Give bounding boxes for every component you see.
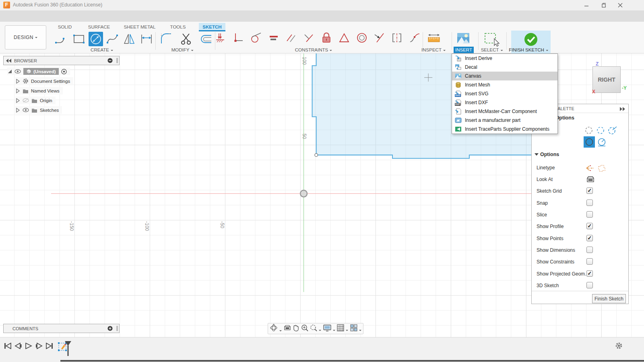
add-comment-icon[interactable] [107, 326, 113, 331]
slice-checkbox[interactable] [586, 211, 593, 218]
parallel-constraint-icon[interactable] [285, 32, 297, 45]
trim-tool-icon[interactable] [180, 32, 193, 47]
insert-group-label[interactable]: INSERT [454, 47, 474, 53]
close-window-button[interactable] [615, 1, 625, 9]
equal-constraint-icon[interactable] [268, 32, 279, 45]
pan-tool-button[interactable] [293, 324, 299, 333]
browser-item-named-views[interactable]: Named Views [15, 87, 63, 95]
browser-item-document-settings[interactable]: Document Settings [15, 77, 73, 85]
timeline-go-to-end-button[interactable] [45, 341, 54, 350]
rectangle-tool-icon[interactable] [72, 32, 86, 47]
finish-sketch-palette-button[interactable]: Finish Sketch [592, 294, 626, 303]
fit-view-button[interactable] [310, 324, 321, 333]
circle-option-1-icon[interactable] [584, 126, 593, 136]
comments-panel-header[interactable]: COMMENTS [3, 324, 120, 333]
visibility-eye-icon[interactable] [23, 108, 29, 112]
snap-checkbox[interactable] [586, 200, 593, 206]
root-document-selected[interactable]: (Unsaved) [23, 68, 59, 75]
select-group-label[interactable]: SELECT [481, 47, 503, 52]
collapsed-triangle-icon[interactable] [15, 98, 20, 103]
tab-solid[interactable]: SOLID [56, 23, 74, 31]
circle-option-2-icon[interactable] [596, 126, 605, 136]
tab-surface[interactable]: SURFACE [87, 23, 111, 31]
fillet-tool-icon[interactable] [160, 32, 173, 47]
insert-canvas-icon[interactable] [456, 32, 470, 46]
menu-item-insert-manufacturer-part[interactable]: Insert a manufacturer part [452, 116, 557, 125]
browser-item-sketches[interactable]: Sketches [15, 106, 62, 114]
viewports-button[interactable] [350, 324, 361, 333]
timeline-track[interactable] [60, 360, 644, 362]
tab-sketch-active[interactable]: SKETCH [199, 23, 225, 31]
browser-root-row[interactable]: (Unsaved) [7, 68, 70, 75]
show-profile-checkbox[interactable]: ✓ [586, 223, 593, 229]
menu-item-insert-traceparts[interactable]: Insert TraceParts Supplier Components [452, 125, 557, 134]
minimize-button[interactable] [581, 1, 592, 9]
menu-item-decal[interactable]: Decal [452, 63, 557, 72]
modify-group-label[interactable]: MODIFY [171, 47, 194, 52]
constraints-group-label[interactable]: CONSTRAINTS [295, 47, 332, 52]
orbit-tool-button[interactable] [270, 324, 282, 333]
expand-triangle-icon[interactable] [7, 69, 12, 74]
tangent-constraint-icon[interactable] [250, 32, 262, 45]
symmetry-constraint-icon[interactable] [391, 32, 402, 45]
centerline-linetype-icon[interactable] [597, 164, 606, 174]
tab-tools[interactable]: TOOLS [169, 23, 187, 31]
timeline-settings-gear-icon[interactable] [615, 342, 623, 351]
dimension-tool-icon[interactable] [140, 32, 153, 47]
grid-snap-button[interactable] [337, 324, 348, 333]
browser-item-origin[interactable]: Origin [15, 97, 56, 104]
collapsed-triangle-icon[interactable] [15, 88, 20, 93]
horizontal-vertical-constraint-icon[interactable] [233, 32, 244, 45]
sketch-grid-checkbox[interactable]: ✓ [586, 187, 593, 194]
activate-radio-icon[interactable] [61, 69, 67, 74]
show-projected-geometry-checkbox[interactable]: ✓ [586, 270, 593, 277]
timeline-go-to-start-button[interactable] [3, 341, 12, 350]
create-group-label[interactable]: CREATE [91, 47, 113, 52]
inspect-group-label[interactable]: INSPECT [421, 47, 446, 52]
3d-sketch-checkbox[interactable] [586, 282, 593, 288]
spline-tool-icon[interactable] [106, 32, 120, 47]
collapsed-triangle-icon[interactable] [15, 79, 20, 84]
select-tool-icon[interactable] [484, 32, 500, 48]
look-at-button[interactable] [284, 325, 291, 333]
menu-item-canvas-highlighted[interactable]: Canvas [452, 72, 557, 80]
construction-linetype-icon[interactable] [586, 164, 594, 174]
zoom-tool-button[interactable] [301, 324, 308, 333]
collapsed-triangle-icon[interactable] [15, 108, 20, 113]
mirror-tool-icon[interactable] [123, 32, 136, 47]
offset-tool-icon[interactable] [199, 32, 213, 47]
perpendicular-constraint-icon[interactable] [303, 32, 314, 45]
display-settings-button[interactable] [323, 325, 335, 333]
circle-option-3-icon[interactable] [608, 126, 617, 136]
collinear-constraint-icon[interactable] [374, 32, 385, 45]
remove-panel-icon[interactable] [107, 58, 113, 63]
circle-option-5-icon[interactable] [597, 138, 607, 149]
show-points-checkbox[interactable]: ✓ [586, 235, 593, 241]
viewcube[interactable]: RIGHT [592, 66, 621, 93]
browser-panel-header[interactable]: BROWSER [3, 56, 120, 65]
timeline-step-forward-button[interactable] [35, 341, 43, 350]
menu-item-insert-mcmaster[interactable]: Insert McMaster-Carr Component [452, 107, 557, 116]
visibility-eye-icon[interactable] [14, 69, 21, 74]
show-dimensions-checkbox[interactable] [586, 247, 593, 253]
menu-item-insert-svg[interactable]: SVG Insert SVG [452, 89, 557, 98]
menu-item-insert-mesh[interactable]: Insert Mesh [452, 80, 557, 89]
curvature-constraint-icon[interactable] [409, 32, 420, 45]
panel-drag-handle[interactable] [116, 58, 118, 63]
midpoint-constraint-icon[interactable] [339, 32, 350, 45]
menu-item-insert-dxf[interactable]: DXF Insert DXF [452, 98, 557, 107]
line-tool-icon[interactable] [54, 32, 68, 47]
circle-option-selected[interactable] [584, 136, 595, 148]
concentric-constraint-icon[interactable] [356, 32, 367, 45]
panel-drag-handle[interactable] [116, 326, 118, 331]
timeline-playhead[interactable] [64, 341, 72, 358]
maximize-button[interactable] [598, 1, 609, 9]
show-constraints-checkbox[interactable] [586, 258, 593, 265]
workspace-switcher[interactable]: DESIGN [5, 25, 46, 49]
tab-sheet-metal[interactable]: SHEET METAL [122, 23, 157, 31]
coincident-constraint-icon[interactable] [215, 32, 226, 45]
collapse-browser-icon[interactable] [6, 59, 12, 63]
circle-tool-selected[interactable] [89, 32, 103, 46]
finish-sketch-label[interactable]: FINISH SKETCH [509, 47, 548, 52]
collapse-palette-icon[interactable] [619, 107, 625, 111]
